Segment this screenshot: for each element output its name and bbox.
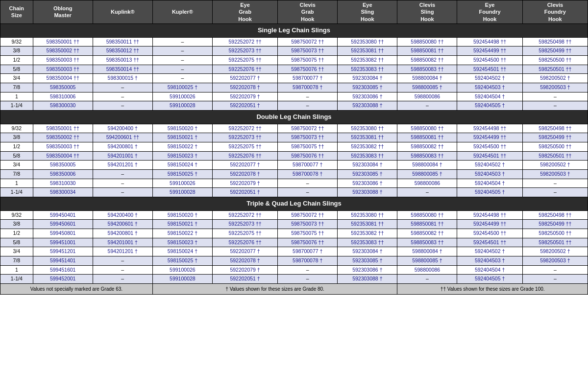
col-clevis-foundry-hook: Clevis Foundry Hook (522, 0, 588, 24)
cell-eye_grab: 592202077 † (212, 247, 277, 256)
table-row: 7/8598350006–598150025 †592202078 †59870… (0, 170, 588, 179)
col-kupler: Kupler® (152, 0, 212, 24)
cell-size: 1 (0, 265, 33, 275)
cell-eye_sling: 592353081 †† (338, 46, 397, 56)
cell-kuplink: 594200601 † (93, 220, 152, 229)
table-row: 1/2598350003 ††598350013 ††–592252075 ††… (0, 56, 588, 65)
cell-eye_sling: 592303088 † (338, 188, 397, 197)
cell-kupler: 598150024 † (152, 161, 212, 170)
footer-col1: Values not specially marked are Grade 63… (0, 283, 153, 294)
cell-eye_grab: 592202078 † (212, 256, 277, 266)
col-oblong-master: Oblong Master (33, 0, 93, 24)
cell-size: 1-1/4 (0, 188, 33, 197)
cell-kuplink: – (93, 179, 152, 188)
cell-size: 9/32 (0, 37, 33, 46)
cell-kupler: 598150025 † (152, 256, 212, 266)
cell-size: 1 (0, 179, 33, 188)
cell-kupler: – (152, 37, 212, 46)
cell-clevis_grab: 598750076 †† (278, 238, 338, 247)
cell-clevis_grab: 598750072 †† (278, 37, 338, 46)
cell-size: 5/8 (0, 238, 33, 247)
table-row: 3/8599450601594200601 †598150021 †592252… (0, 220, 588, 229)
cell-eye_grab: 592252072 †† (212, 124, 277, 133)
cell-clevis_sling: 598800085 † (397, 170, 457, 179)
cell-kuplink: – (93, 170, 152, 179)
cell-kuplink: 598350013 †† (93, 56, 152, 65)
cell-kupler: 599100026 (152, 179, 212, 188)
table-row: 3/8598350002 ††594200601 ††598150021 †59… (0, 133, 588, 142)
cell-eye_sling: 592353081 †† (338, 220, 397, 229)
cell-clevis_sling: 598850082 †† (397, 229, 457, 238)
cell-kuplink: 598300015 † (93, 74, 152, 83)
cell-eye_foundry: 592404502 † (457, 247, 522, 256)
cell-oblong: 599450601 (33, 220, 93, 229)
cell-kupler: – (152, 74, 212, 83)
table-row: 5/8598350004 ††594201001 †598150023 †592… (0, 151, 588, 161)
cell-eye_foundry: 592404504 † (457, 92, 522, 101)
cell-eye_foundry: 592404502 † (457, 161, 522, 170)
cell-kuplink: – (93, 188, 152, 197)
cell-clevis_grab: – (278, 265, 338, 275)
cell-oblong: 598310030 (33, 179, 93, 188)
cell-size: 1 (0, 92, 33, 101)
cell-kuplink: 594201201 † (93, 161, 152, 170)
cell-clevis_foundry: 598200502 † (522, 247, 588, 256)
cell-clevis_foundry: – (522, 275, 588, 284)
cell-oblong: 598350006 (33, 170, 93, 179)
table-row: 9/32598350001 ††594200400 †598150020 †59… (0, 124, 588, 133)
cell-clevis_grab: 598750073 †† (278, 220, 338, 229)
main-table: Chain Size Oblong Master Kuplink® Kupler… (0, 0, 588, 295)
cell-size: 3/8 (0, 46, 33, 56)
header-row: Chain Size Oblong Master Kuplink® Kupler… (0, 0, 588, 24)
cell-kuplink: 594200400 † (93, 124, 152, 133)
cell-eye_grab: 592252076 †† (212, 238, 277, 247)
cell-size: 3/8 (0, 133, 33, 142)
cell-size: 5/8 (0, 65, 33, 74)
cell-clevis_sling: 598800084 † (397, 247, 457, 256)
cell-eye_foundry: 592454500 †† (457, 56, 522, 65)
cell-eye_sling: 592353082 †† (338, 56, 397, 65)
cell-kuplink: 594200801 † (93, 142, 152, 152)
cell-eye_grab: 592202079 † (212, 92, 277, 101)
cell-kuplink: 598350012 †† (93, 46, 152, 56)
table-row: 1-1/4598300034–599100028592202051 †–5923… (0, 188, 588, 197)
cell-clevis_sling: 598800085 † (397, 256, 457, 266)
table-row: 3/4598350005594201201 †598150024 †592202… (0, 161, 588, 170)
cell-size: 1-1/4 (0, 275, 33, 284)
table-row: 5/8599451001594201001 †598150023 †592252… (0, 238, 588, 247)
cell-eye_sling: 592303085 † (338, 83, 397, 92)
cell-eye_foundry: 592404505 † (457, 101, 522, 111)
cell-clevis_foundry: 598200503 † (522, 170, 588, 179)
cell-kupler: 599100026 (152, 265, 212, 275)
cell-eye_sling: 592353080 †† (338, 210, 397, 220)
cell-clevis_grab: 598750072 †† (278, 124, 338, 133)
cell-eye_sling: 592353081 †† (338, 133, 397, 142)
cell-eye_foundry: 592454501 †† (457, 238, 522, 247)
cell-clevis_foundry: 598250500 †† (522, 56, 588, 65)
cell-clevis_sling: 598850081 †† (397, 46, 457, 56)
cell-clevis_foundry: 598250501 †† (522, 65, 588, 74)
cell-clevis_grab: 598750073 †† (278, 133, 338, 142)
cell-kupler: – (152, 65, 212, 74)
cell-clevis_sling: 598850083 †† (397, 238, 457, 247)
section-title-2: Triple & Quad Leg Chain Slings (0, 197, 588, 210)
cell-eye_sling: 592303084 † (338, 74, 397, 83)
cell-kupler: 598150024 † (152, 247, 212, 256)
cell-eye_sling: 592303085 † (338, 256, 397, 266)
cell-size: 1/2 (0, 56, 33, 65)
cell-clevis_foundry: 598250499 †† (522, 220, 588, 229)
cell-oblong: 598350003 †† (33, 65, 93, 74)
table-row: 3/4598350004 ††598300015 †–592202077 †59… (0, 74, 588, 83)
cell-kupler: 598150025 † (152, 170, 212, 179)
cell-clevis_sling: 598800084 † (397, 161, 457, 170)
cell-clevis_sling: 598850083 †† (397, 65, 457, 74)
cell-clevis_sling: 598850081 †† (397, 133, 457, 142)
cell-kuplink: – (93, 275, 152, 284)
cell-clevis_sling: 598850082 †† (397, 142, 457, 152)
cell-clevis_grab: – (278, 101, 338, 111)
cell-clevis_grab: – (278, 92, 338, 101)
cell-clevis_sling: 598850080 †† (397, 210, 457, 220)
cell-oblong: 598350005 (33, 83, 93, 92)
cell-kuplink: 594200400 † (93, 210, 152, 220)
cell-eye_grab: 592202078 † (212, 170, 277, 179)
